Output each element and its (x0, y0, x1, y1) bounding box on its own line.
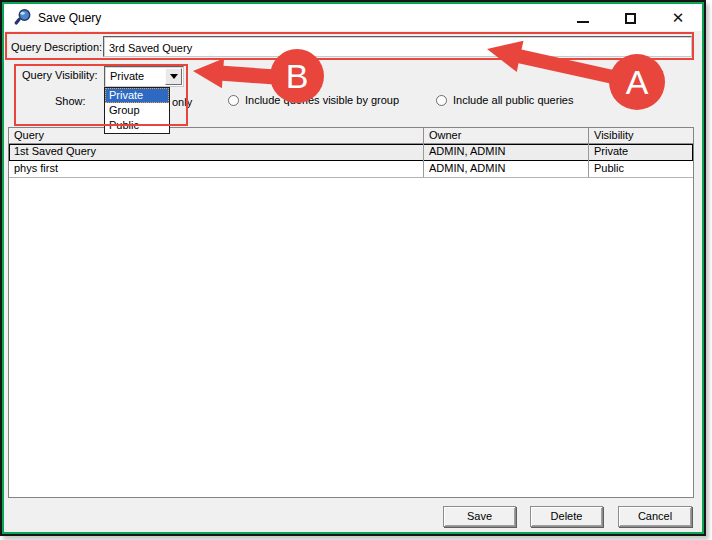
query-visibility-dropdown[interactable]: Private (104, 66, 184, 87)
radio-include-public[interactable]: Include all public queries (436, 94, 573, 106)
column-header-query[interactable]: Query (9, 128, 423, 143)
radio-include-group[interactable]: Include queries visible by group (228, 94, 399, 106)
chevron-down-icon (170, 74, 178, 79)
close-icon: ✕ (672, 9, 685, 27)
option-private[interactable]: Private (105, 88, 169, 103)
cell-visibility: Private (588, 144, 693, 161)
close-button[interactable]: ✕ (663, 6, 693, 30)
cell-query: 1st Saved Query (9, 144, 423, 161)
cell-owner: ADMIN, ADMIN (423, 144, 588, 161)
magnifier-icon (14, 8, 32, 26)
radio-my-queries-partial-label[interactable]: only (172, 96, 192, 108)
column-header-visibility[interactable]: Visibility (588, 128, 693, 143)
save-query-dialog: Save Query ✕ Query Description: Query Vi… (0, 0, 706, 536)
option-public[interactable]: Public (105, 118, 169, 133)
cell-visibility: Public (588, 161, 693, 177)
minimize-button[interactable] (568, 6, 598, 30)
radio-button-icon[interactable] (436, 95, 447, 106)
column-header-owner[interactable]: Owner (423, 128, 588, 143)
dropdown-selected-value: Private (110, 70, 144, 82)
radio-public-label: Include all public queries (453, 94, 573, 106)
table-row[interactable]: 1st Saved Query ADMIN, ADMIN Private (9, 144, 693, 161)
delete-button[interactable]: Delete (530, 506, 603, 527)
cell-owner: ADMIN, ADMIN (423, 161, 588, 177)
query-description-label: Query Description: (11, 41, 102, 53)
save-button[interactable]: Save (443, 506, 516, 527)
radio-button-icon[interactable] (228, 95, 239, 106)
table-row[interactable]: phys first ADMIN, ADMIN Public (9, 161, 693, 178)
query-visibility-label: Query Visibility: (22, 69, 98, 81)
cell-query: phys first (9, 161, 423, 177)
radio-group-label: Include queries visible by group (245, 94, 399, 106)
maximize-icon (625, 13, 636, 24)
dropdown-arrow-button[interactable] (165, 68, 182, 85)
cancel-button[interactable]: Cancel (618, 506, 692, 527)
window-title: Save Query (38, 11, 101, 25)
visibility-options-list: Private Group Public (104, 87, 170, 134)
show-label: Show: (55, 95, 86, 107)
title-bar: Save Query ✕ (4, 4, 702, 31)
minimize-icon (577, 21, 589, 23)
option-group[interactable]: Group (105, 103, 169, 118)
query-description-input[interactable] (103, 36, 692, 57)
maximize-button[interactable] (615, 6, 645, 30)
saved-queries-table: Query Owner Visibility 1st Saved Query A… (8, 127, 694, 498)
